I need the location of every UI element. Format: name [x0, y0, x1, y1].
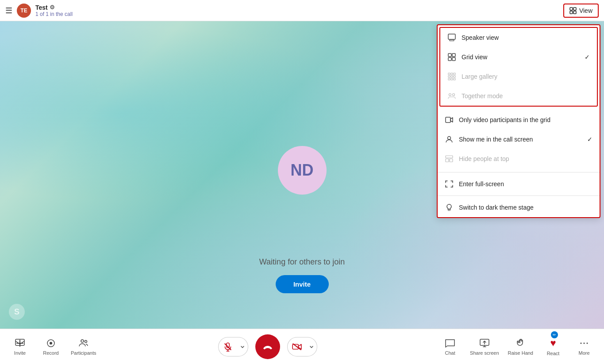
- share-screen-label: Share screen: [470, 350, 499, 356]
- mic-group: [218, 337, 248, 356]
- svg-rect-25: [450, 159, 453, 162]
- chat-tool[interactable]: Chat: [439, 338, 461, 356]
- cam-icon: [292, 342, 302, 352]
- share-screen-icon: [479, 338, 490, 349]
- svg-point-28: [50, 342, 52, 345]
- more-icon: [579, 338, 589, 349]
- dark-theme-label: Switch to dark theme stage: [459, 204, 592, 211]
- header: ☰ TE Test ⚙ 1 of 1 in the call View: [0, 0, 604, 21]
- end-call-icon: [262, 341, 274, 353]
- grid-view-label: Grid view: [462, 54, 579, 61]
- svg-point-20: [453, 94, 455, 96]
- invite-label: Invite: [14, 350, 26, 356]
- participants-icon: [78, 338, 89, 349]
- svg-rect-8: [448, 57, 451, 61]
- mic-icon: [223, 342, 233, 352]
- speaker-view-icon: [447, 33, 456, 42]
- hide-people-item[interactable]: Hide people at top: [438, 149, 600, 169]
- meeting-title: Test ⚙: [35, 4, 73, 11]
- view-dropdown-menu: Speaker view Grid view ✓: [437, 24, 600, 218]
- cam-expand-button[interactable]: [307, 337, 317, 356]
- mic-expand-button[interactable]: [238, 337, 248, 356]
- svg-point-30: [85, 340, 87, 342]
- toolbar-center: [218, 334, 317, 359]
- show-me-item[interactable]: Show me in the call screen ✓: [438, 130, 600, 149]
- record-label: Record: [43, 350, 58, 356]
- end-call-button[interactable]: [255, 334, 280, 359]
- hamburger-icon[interactable]: ☰: [5, 6, 12, 15]
- large-gallery-icon: [447, 72, 456, 81]
- view-button[interactable]: View: [563, 4, 599, 18]
- together-mode-icon: [447, 92, 456, 100]
- waiting-text: Waiting for others to join: [259, 257, 345, 267]
- svg-rect-23: [446, 156, 453, 158]
- bulb-icon: [445, 203, 454, 212]
- share-screen-tool[interactable]: Share screen: [470, 338, 499, 356]
- grid-icon: [569, 7, 577, 14]
- toolbar: Invite Record Participants: [0, 329, 604, 364]
- svg-rect-4: [448, 34, 455, 39]
- header-left: ☰ TE Test ⚙ 1 of 1 in the call: [5, 4, 73, 18]
- svg-rect-7: [452, 54, 455, 57]
- react-label: React: [547, 351, 560, 356]
- svg-rect-12: [454, 73, 455, 75]
- react-heart-icon: ♥: [550, 337, 556, 349]
- view-mode-section: Speaker view Grid view ✓: [439, 27, 598, 107]
- together-mode-item[interactable]: Together mode: [440, 86, 597, 106]
- svg-rect-24: [446, 159, 449, 162]
- raise-hand-tool[interactable]: Raise Hand: [508, 338, 533, 356]
- cam-group: [287, 337, 317, 356]
- chat-icon: [445, 338, 455, 349]
- svg-point-38: [581, 342, 582, 344]
- mic-button[interactable]: [218, 337, 238, 356]
- raise-hand-label: Raise Hand: [508, 350, 533, 356]
- svg-rect-9: [452, 57, 455, 61]
- svg-rect-16: [448, 78, 450, 80]
- raise-hand-icon: [515, 338, 526, 349]
- divider-1: [438, 172, 600, 172]
- participants-tool[interactable]: Participants: [71, 338, 96, 356]
- more-label: More: [578, 350, 589, 356]
- grid-view-icon: [447, 53, 456, 61]
- skype-icon: S: [9, 304, 25, 320]
- svg-rect-17: [451, 78, 453, 80]
- svg-rect-18: [454, 78, 455, 80]
- react-tool[interactable]: ♥ ✏ React: [542, 337, 564, 356]
- avatar: TE: [17, 4, 31, 18]
- other-options-section: Only video participants in the grid Show…: [438, 108, 600, 170]
- react-pencil-icon: ✏: [551, 331, 558, 338]
- cam-button[interactable]: [287, 337, 307, 356]
- svg-rect-21: [446, 117, 450, 123]
- svg-rect-0: [570, 8, 573, 10]
- participants-label: Participants: [71, 350, 96, 356]
- gear-icon[interactable]: ⚙: [50, 4, 55, 11]
- record-tool[interactable]: Record: [40, 338, 62, 356]
- invite-icon: [15, 338, 25, 349]
- svg-rect-13: [448, 76, 450, 77]
- header-right: View: [563, 4, 599, 18]
- toolbar-left: Invite Record Participants: [9, 338, 96, 356]
- svg-point-19: [449, 94, 451, 96]
- svg-rect-14: [451, 76, 453, 77]
- invite-tool[interactable]: Invite: [9, 338, 31, 356]
- svg-rect-6: [448, 54, 451, 57]
- record-icon: [46, 338, 56, 349]
- grid-view-item[interactable]: Grid view ✓: [440, 47, 597, 67]
- large-gallery-label: Large gallery: [462, 73, 590, 80]
- svg-rect-11: [451, 73, 453, 75]
- fullscreen-item[interactable]: Enter full-screen: [438, 174, 600, 194]
- toolbar-right: Chat Share screen Raise Hand ♥ ✏ React: [439, 337, 595, 356]
- svg-point-29: [81, 340, 84, 342]
- large-gallery-item[interactable]: Large gallery: [440, 67, 597, 86]
- together-mode-label: Together mode: [462, 92, 590, 100]
- more-tool[interactable]: More: [573, 338, 595, 356]
- svg-rect-5: [450, 40, 454, 41]
- speaker-view-label: Speaker view: [462, 34, 590, 41]
- speaker-view-item[interactable]: Speaker view: [440, 28, 597, 47]
- dark-theme-item[interactable]: Switch to dark theme stage: [438, 198, 600, 217]
- view-label: View: [579, 7, 592, 14]
- only-video-item[interactable]: Only video participants in the grid: [438, 110, 600, 130]
- invite-button[interactable]: Invite: [276, 275, 329, 293]
- fullscreen-icon: [445, 180, 454, 188]
- grid-view-check: ✓: [585, 54, 590, 61]
